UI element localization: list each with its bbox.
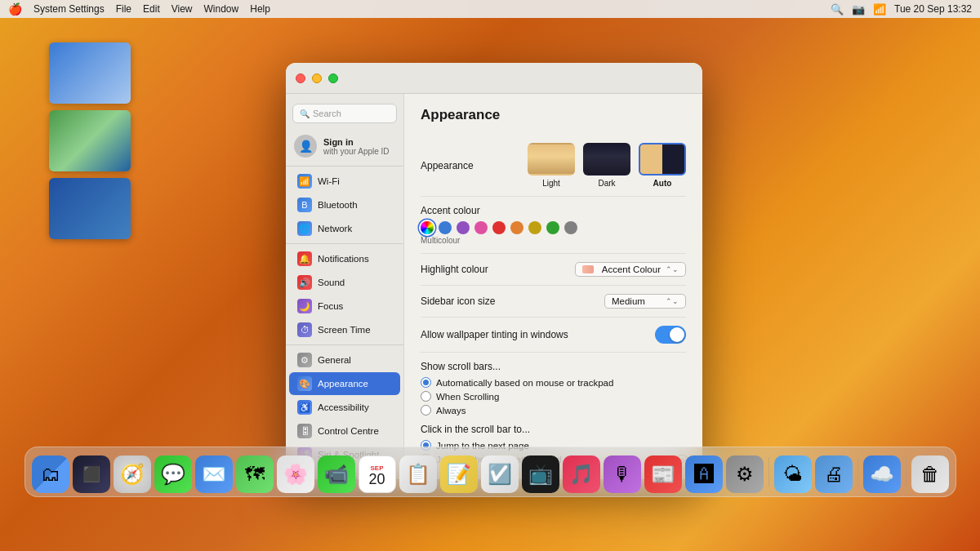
dock-icon-safari[interactable]: 🧭	[114, 455, 151, 493]
sidebar-divider-1	[286, 166, 403, 167]
dock-icon-podcasts[interactable]: 🎙	[604, 455, 641, 493]
desktop-thumb-3	[49, 178, 131, 239]
sidebar-item-controlcentre[interactable]: 🎛 Control Centre	[289, 420, 400, 442]
sidebar-item-accessibility[interactable]: ♿ Accessibility	[289, 396, 400, 419]
accent-red[interactable]	[492, 221, 506, 234]
sidebar-size-dropdown[interactable]: Medium ⌃⌄	[604, 294, 686, 309]
dock-icon-icloud[interactable]: ☁️	[863, 455, 901, 493]
close-button[interactable]	[296, 73, 305, 83]
appearance-auto[interactable]: Auto	[639, 143, 686, 188]
screen-record-icon[interactable]: 📷	[852, 3, 865, 16]
highlight-colour-row: Highlight colour Accent Colour ⌃⌄	[421, 254, 686, 286]
sidebar-label-notifications: Notifications	[318, 254, 369, 264]
accent-colour-label: Accent colour	[421, 205, 510, 216]
sidebar-label-sound: Sound	[318, 278, 345, 287]
auto-label: Auto	[653, 179, 672, 188]
page-title: Appearance	[421, 107, 686, 123]
dock-icon-news[interactable]: 📰	[644, 455, 682, 493]
tinting-toggle-container	[655, 326, 686, 344]
sidebar-item-sound[interactable]: 🔊 Sound	[289, 271, 400, 294]
sidebar-item-network[interactable]: 🌐 Network	[289, 217, 400, 240]
accent-multicolour[interactable]	[421, 221, 434, 234]
search-menubar-icon[interactable]: 🔍	[831, 3, 844, 16]
dock-icon-appstore[interactable]: 🅰	[685, 455, 723, 493]
scroll-scrolling-option[interactable]: When Scrolling	[421, 391, 499, 402]
scroll-auto-option[interactable]: Automatically based on mouse or trackpad	[421, 377, 613, 388]
scroll-scrolling-radio[interactable]	[421, 391, 431, 402]
appearance-dark[interactable]: Dark	[583, 143, 630, 188]
menubar-right: 🔍 📷 📶 Tue 20 Sep 13:32	[831, 3, 972, 16]
sound-icon: 🔊	[297, 275, 312, 290]
dock-icon-sysprefs[interactable]: ⚙	[726, 455, 764, 493]
apple-id-row[interactable]: 👤 Sign in with your Apple ID	[286, 130, 403, 162]
light-label: Light	[542, 179, 560, 188]
menubar-edit[interactable]: Edit	[143, 3, 160, 15]
allow-tinting-label: Allow wallpaper tinting in windows	[421, 329, 568, 340]
scroll-always-option[interactable]: Always	[421, 405, 466, 415]
highlight-control: Accent Colour ⌃⌄	[575, 262, 686, 277]
sidebar-item-appearance[interactable]: 🎨 Appearance	[289, 372, 400, 395]
minimize-button[interactable]	[312, 73, 322, 83]
dock-icon-appletv[interactable]: 📺	[522, 455, 559, 493]
dock-icon-mail[interactable]: ✉️	[195, 455, 233, 493]
accent-green[interactable]	[546, 221, 559, 234]
tinting-toggle[interactable]	[655, 326, 686, 344]
menubar-help[interactable]: Help	[250, 3, 270, 15]
accent-colours	[421, 221, 577, 234]
accent-purple[interactable]	[457, 221, 470, 234]
search-box[interactable]: 🔍 Search	[292, 104, 397, 123]
sidebar-item-general[interactable]: ⚙ General	[289, 349, 400, 371]
menubar-view[interactable]: View	[172, 3, 193, 15]
dock-icon-trash[interactable]: 🗑	[911, 455, 949, 493]
apple-logo-icon[interactable]: 🍎	[8, 2, 22, 16]
scroll-always-radio[interactable]	[421, 405, 431, 415]
sign-in-label: Sign in	[323, 137, 390, 147]
scroll-always-label: Always	[436, 406, 466, 415]
accent-orange[interactable]	[510, 221, 523, 234]
dock-icon-messages[interactable]: 💬	[154, 455, 192, 493]
dock-icon-weather[interactable]: 🌤	[774, 455, 812, 493]
dock-icon-music[interactable]: 🎵	[563, 455, 600, 493]
search-container: 🔍 Search	[286, 100, 403, 130]
show-scrollbars-label: Show scroll bars...	[421, 361, 686, 372]
dock-icon-maps[interactable]: 🗺	[236, 455, 274, 493]
sidebar-label-general: General	[318, 355, 351, 365]
sidebar-label-focus: Focus	[318, 301, 343, 311]
dock-icon-launchpad[interactable]: ⬛	[73, 455, 110, 493]
dock-icon-calendar[interactable]: SEP 20	[359, 455, 396, 493]
highlight-dropdown[interactable]: Accent Colour ⌃⌄	[575, 262, 686, 277]
appearance-row: Appearance Light Dark	[421, 135, 686, 197]
appearance-light[interactable]: Light	[528, 143, 575, 188]
sidebar-item-screentime[interactable]: ⏱ Screen Time	[289, 318, 400, 341]
sidebar-item-notifications[interactable]: 🔔 Notifications	[289, 247, 400, 270]
dark-thumb	[583, 143, 630, 176]
sidebar-item-wifi[interactable]: 📶 Wi-Fi	[289, 170, 400, 193]
menubar-file[interactable]: File	[116, 3, 131, 15]
accent-pink[interactable]	[474, 221, 488, 234]
sidebar-divider-2	[286, 243, 403, 244]
sidebar-icon-size-row: Sidebar icon size Medium ⌃⌄	[421, 286, 686, 318]
dock-icon-finder[interactable]: 🗂	[32, 455, 69, 493]
dock-icon-reminders[interactable]: ☑️	[481, 455, 519, 493]
accent-graphite[interactable]	[564, 221, 577, 234]
dock-icon-photos[interactable]: 🌸	[277, 455, 314, 493]
dock-icon-contacts[interactable]: 📋	[399, 455, 437, 493]
sidebar-label-network: Network	[318, 224, 352, 233]
scroll-auto-radio[interactable]	[421, 377, 431, 388]
title-bar	[286, 63, 702, 94]
accent-blue[interactable]	[439, 221, 452, 234]
wifi-menubar-icon[interactable]: 📶	[873, 3, 886, 16]
sidebar-item-focus[interactable]: 🌙 Focus	[289, 295, 400, 318]
sidebar-item-bluetooth[interactable]: B Bluetooth	[289, 193, 400, 216]
toggle-knob	[670, 327, 684, 342]
menubar-app-name[interactable]: System Settings	[33, 3, 105, 15]
dock-separator	[768, 457, 769, 487]
dock-separator-3	[906, 457, 906, 487]
dock-icon-facetime[interactable]: 📹	[318, 455, 355, 493]
menubar-window[interactable]: Window	[204, 3, 239, 15]
dock-icon-preview[interactable]: 🖨	[815, 455, 853, 493]
dock-icon-notes[interactable]: 📝	[440, 455, 478, 493]
maximize-button[interactable]	[328, 73, 338, 83]
accent-yellow[interactable]	[528, 221, 541, 234]
apple-id-text: Sign in with your Apple ID	[323, 137, 390, 156]
